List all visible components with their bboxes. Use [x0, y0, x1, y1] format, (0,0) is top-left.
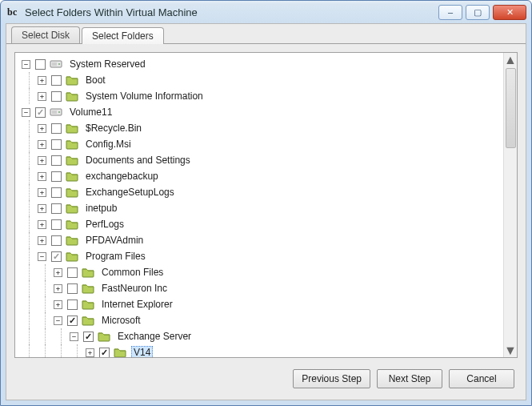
- scroll-track[interactable]: [504, 66, 518, 344]
- svg-rect-6: [52, 111, 57, 114]
- previous-step-button[interactable]: Previous Step: [293, 369, 370, 388]
- tree-node[interactable]: +Internet Explorer: [22, 296, 503, 312]
- expand-icon[interactable]: +: [54, 268, 62, 277]
- expand-icon[interactable]: +: [54, 284, 62, 293]
- svg-text:b: b: [7, 6, 13, 18]
- tree-node[interactable]: +PFDAVAdmin: [22, 232, 503, 248]
- checkbox[interactable]: [67, 267, 78, 278]
- collapse-icon[interactable]: −: [54, 316, 62, 325]
- collapse-icon[interactable]: −: [22, 108, 30, 117]
- expand-icon[interactable]: +: [38, 220, 46, 229]
- expand-icon[interactable]: +: [86, 348, 94, 357]
- disk-icon: [50, 58, 62, 70]
- folder-icon: [114, 346, 126, 357]
- tree-node-label: Boot: [83, 74, 108, 86]
- expand-icon[interactable]: +: [38, 124, 46, 133]
- tab-label: Select Folders: [92, 30, 154, 42]
- expand-icon[interactable]: +: [38, 92, 46, 101]
- checkbox[interactable]: [35, 59, 46, 70]
- titlebar[interactable]: b c Select Folders Within Virtual Machin…: [1, 1, 531, 23]
- next-step-button[interactable]: Next Step: [377, 369, 442, 388]
- button-label: Cancel: [466, 373, 496, 384]
- checkbox[interactable]: [51, 123, 62, 134]
- expand-icon[interactable]: +: [38, 172, 46, 181]
- folder-icon: [82, 266, 94, 279]
- tree-node[interactable]: +exchangebackup: [22, 168, 503, 184]
- checkbox[interactable]: [51, 235, 62, 246]
- tree-node-label: $Recycle.Bin: [83, 122, 144, 135]
- tree-node[interactable]: −Volume11: [22, 104, 503, 120]
- tree-node-label: Internet Explorer: [99, 298, 175, 311]
- folder-icon: [82, 282, 94, 295]
- expand-icon[interactable]: +: [54, 300, 62, 309]
- tree-node[interactable]: +Common Files: [22, 264, 503, 280]
- tab-select-disk[interactable]: Select Disk: [11, 26, 80, 43]
- checkbox[interactable]: [67, 283, 78, 294]
- tree-node[interactable]: +Boot: [22, 72, 503, 88]
- scroll-thumb[interactable]: [506, 68, 516, 148]
- checkbox[interactable]: [51, 251, 62, 262]
- svg-point-7: [58, 111, 60, 113]
- checkbox[interactable]: [51, 75, 62, 86]
- tree-node[interactable]: +Config.Msi: [22, 136, 503, 152]
- maximize-button[interactable]: ▢: [466, 5, 490, 20]
- app-icon: b c: [7, 6, 20, 18]
- checkbox[interactable]: [51, 91, 62, 102]
- tree-node-label: FastNeuron Inc: [99, 282, 170, 295]
- minimize-icon: –: [448, 7, 453, 17]
- expand-icon[interactable]: +: [38, 204, 46, 213]
- vertical-scrollbar[interactable]: ▲ ▼: [503, 53, 517, 357]
- tree-node[interactable]: +Documents and Settings: [22, 152, 503, 168]
- tree-node-label: Volume11: [67, 106, 114, 119]
- checkbox[interactable]: [35, 107, 46, 118]
- minimize-button[interactable]: –: [438, 5, 462, 20]
- folder-icon: [66, 122, 78, 135]
- tab-body: −System Reserved+Boot+System Volume Info…: [6, 43, 526, 400]
- checkbox[interactable]: [67, 299, 78, 310]
- collapse-icon[interactable]: −: [22, 60, 30, 69]
- tree-node[interactable]: +ExchangeSetupLogs: [22, 184, 503, 200]
- expand-icon[interactable]: +: [38, 236, 46, 245]
- checkbox[interactable]: [51, 171, 62, 182]
- tree-node-label: Exchange Server: [115, 330, 194, 343]
- tree-node[interactable]: −Program Files: [22, 248, 503, 264]
- tree-node-label: exchangebackup: [83, 170, 161, 183]
- checkbox[interactable]: [51, 155, 62, 166]
- tree-node[interactable]: +PerfLogs: [22, 216, 503, 232]
- app-window: b c Select Folders Within Virtual Machin…: [0, 0, 532, 406]
- tree-node[interactable]: +V14: [22, 344, 503, 357]
- cancel-button[interactable]: Cancel: [449, 369, 514, 388]
- expand-icon[interactable]: +: [38, 156, 46, 165]
- folder-icon: [66, 138, 78, 151]
- scroll-up-button[interactable]: ▲: [504, 53, 518, 66]
- scroll-down-button[interactable]: ▼: [504, 344, 518, 357]
- tree-node[interactable]: +System Volume Information: [22, 88, 503, 104]
- expand-icon[interactable]: +: [38, 140, 46, 149]
- checkbox[interactable]: [51, 219, 62, 230]
- tree-node[interactable]: +inetpub: [22, 200, 503, 216]
- tab-strip: Select Disk Select Folders: [6, 24, 526, 43]
- checkbox[interactable]: [51, 187, 62, 198]
- close-button[interactable]: ✕: [493, 5, 526, 20]
- folder-icon: [66, 234, 78, 247]
- checkbox[interactable]: [67, 316, 78, 326]
- collapse-icon[interactable]: −: [38, 252, 46, 261]
- folder-tree[interactable]: −System Reserved+Boot+System Volume Info…: [15, 53, 503, 357]
- folder-icon: [66, 154, 78, 167]
- checkbox[interactable]: [99, 348, 110, 358]
- tree-node[interactable]: −Microsoft: [22, 312, 503, 328]
- tab-select-folders[interactable]: Select Folders: [82, 27, 164, 44]
- expand-icon[interactable]: +: [38, 76, 46, 85]
- checkbox[interactable]: [51, 139, 62, 150]
- tree-node[interactable]: −System Reserved: [22, 56, 503, 72]
- collapse-icon[interactable]: −: [70, 332, 78, 341]
- tree-node-label: Common Files: [99, 266, 166, 279]
- window-title: Select Folders Within Virtual Machine: [25, 6, 434, 18]
- checkbox[interactable]: [83, 332, 94, 342]
- tree-node[interactable]: −Exchange Server: [22, 328, 503, 344]
- svg-rect-3: [52, 62, 57, 66]
- expand-icon[interactable]: +: [38, 188, 46, 197]
- tree-node[interactable]: +$Recycle.Bin: [22, 120, 503, 136]
- checkbox[interactable]: [51, 203, 62, 214]
- tree-node[interactable]: +FastNeuron Inc: [22, 280, 503, 296]
